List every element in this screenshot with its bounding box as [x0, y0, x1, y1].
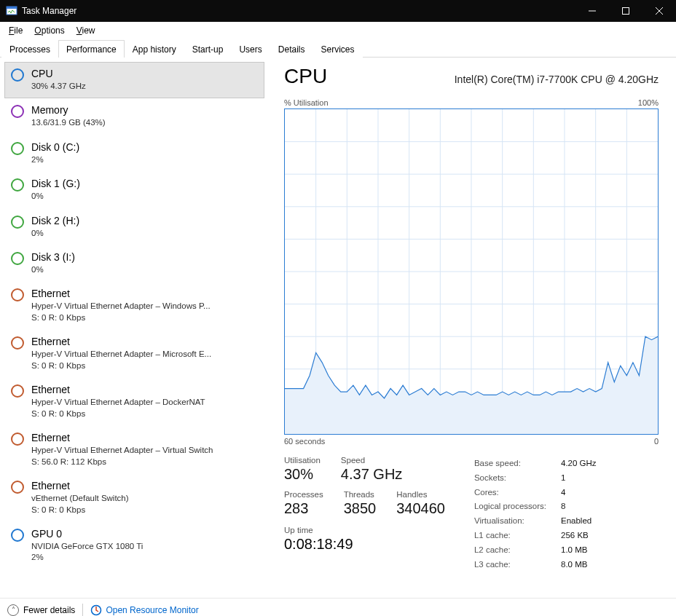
sidebar-item-sub: 2% — [31, 154, 79, 166]
tab-start-up[interactable]: Start-up — [184, 40, 232, 58]
sidebar-item-title: Disk 2 (H:) — [31, 214, 79, 228]
sidebar-item-title: Disk 3 (I:) — [31, 250, 75, 264]
sidebar-item-ethernet[interactable]: EthernetHyper-V Virtual Ethernet Adapter… — [4, 330, 264, 378]
main-panel: CPU Intel(R) Core(TM) i7-7700K CPU @ 4.2… — [268, 58, 676, 598]
sidebar-item-cpu[interactable]: CPU30% 4.37 GHz — [4, 62, 264, 98]
sidebar-item-sub: S: 0 R: 0 Kbps — [31, 312, 211, 324]
tab-processes[interactable]: Processes — [1, 40, 58, 58]
uptime-label: Up time — [284, 526, 465, 534]
sidebar-item-sub: Hyper-V Virtual Ethernet Adapter – Virtu… — [31, 445, 213, 457]
sidebar-item-title: Ethernet — [31, 431, 213, 445]
tab-details[interactable]: Details — [270, 40, 313, 58]
stat-speed: Speed4.37 GHz — [341, 456, 402, 483]
cpu-icon — [11, 68, 24, 82]
sidebar-item-sub: Hyper-V Virtual Ethernet Adapter – Windo… — [31, 301, 211, 312]
close-button[interactable] — [642, 0, 676, 22]
sidebar-item-sub: NVIDIA GeForce GTX 1080 Ti — [31, 541, 143, 553]
sidebar-item-sub: 30% 4.37 GHz — [31, 81, 86, 92]
detail-row: Logical processors:8 — [474, 500, 597, 513]
chart-label-bot-left: 60 seconds — [284, 437, 325, 446]
detail-row: L1 cache:256 KB — [474, 529, 597, 542]
tab-services[interactable]: Services — [313, 40, 362, 58]
titlebar: Task Manager — [0, 0, 676, 22]
footer: ˄ Fewer details Open Resource Monitor — [0, 598, 676, 616]
disk-icon — [11, 178, 24, 191]
tab-users[interactable]: Users — [231, 40, 270, 58]
cpu-model: Intel(R) Core(TM) i7-7700K CPU @ 4.20GHz — [455, 74, 659, 85]
mem-icon — [11, 105, 24, 118]
svg-rect-3 — [623, 8, 629, 15]
sidebar-item-disk-2-h-[interactable]: Disk 2 (H:)0% — [4, 209, 264, 245]
resource-monitor-icon — [90, 604, 102, 616]
uptime-value: 0:08:18:49 — [284, 536, 465, 553]
disk-icon — [11, 216, 24, 229]
net-icon — [11, 288, 24, 301]
stat-handles: Handles340460 — [396, 490, 445, 517]
sidebar-item-sub: Hyper-V Virtual Ethernet Adapter – Docke… — [31, 397, 205, 408]
chevron-up-icon[interactable]: ˄ — [7, 604, 19, 616]
net-icon — [11, 433, 24, 446]
detail-row: Cores:4 — [474, 486, 597, 499]
sidebar-item-title: GPU 0 — [31, 527, 143, 541]
sidebar-item-gpu-0[interactable]: GPU 0NVIDIA GeForce GTX 1080 Ti2% — [4, 522, 264, 570]
fewer-details-link[interactable]: Fewer details — [23, 605, 75, 615]
sidebar-item-sub: S: 0 R: 0 Kbps — [31, 505, 129, 516]
menu-file[interactable]: File — [3, 24, 28, 37]
stat-utilisation: Utilisation30% — [284, 456, 321, 483]
sidebar-item-ethernet[interactable]: EthernetHyper-V Virtual Ethernet Adapter… — [4, 282, 264, 330]
detail-row: L3 cache:8.0 MB — [474, 558, 597, 572]
stat-threads: Threads3850 — [344, 490, 377, 517]
detail-row: L2 cache:1.0 MB — [474, 544, 597, 557]
page-title: CPU — [284, 65, 327, 88]
sidebar-item-title: CPU — [31, 67, 86, 81]
menu-options[interactable]: Options — [28, 24, 70, 37]
menubar: FileOptionsView — [0, 22, 676, 39]
sidebar-item-sub: vEthernet (Default Switch) — [31, 493, 129, 505]
sidebar-item-title: Ethernet — [31, 479, 129, 493]
sidebar-item-ethernet[interactable]: EthernetHyper-V Virtual Ethernet Adapter… — [4, 378, 264, 426]
window-title: Task Manager — [22, 6, 575, 16]
cpu-utilisation-chart — [284, 108, 659, 435]
app-icon — [6, 5, 17, 17]
detail-row: Sockets:1 — [474, 472, 597, 485]
sidebar-item-title: Ethernet — [31, 335, 211, 349]
chart-label-top-left: % Utilisation — [284, 98, 329, 107]
menu-view[interactable]: View — [71, 24, 101, 37]
detail-row: Virtualisation:Enabled — [474, 515, 597, 528]
sidebar-item-title: Disk 1 (G:) — [31, 177, 80, 191]
sidebar-item-disk-3-i-[interactable]: Disk 3 (I:)0% — [4, 245, 264, 282]
stat-processes: Processes283 — [284, 490, 323, 517]
sidebar-item-sub: S: 56.0 R: 112 Kbps — [31, 457, 213, 468]
sidebar-item-sub: 0% — [31, 228, 79, 240]
tab-performance[interactable]: Performance — [58, 40, 125, 58]
sidebar: CPU30% 4.37 GHzMemory13.6/31.9 GB (43%)D… — [0, 58, 268, 598]
sidebar-item-sub: 0% — [31, 264, 75, 276]
cpu-details-table: Base speed:4.20 GHzSockets:1Cores:4Logic… — [473, 456, 598, 573]
net-icon — [11, 384, 24, 398]
gpu-icon — [11, 529, 24, 542]
chart-label-top-right: 100% — [638, 98, 659, 107]
sidebar-item-memory[interactable]: Memory13.6/31.9 GB (43%) — [4, 98, 264, 135]
minimize-button[interactable] — [575, 0, 609, 22]
tab-strip: ProcessesPerformanceApp historyStart-upU… — [0, 39, 676, 58]
net-icon — [11, 336, 24, 350]
sidebar-item-sub: 13.6/31.9 GB (43%) — [31, 117, 106, 129]
sidebar-item-ethernet[interactable]: EthernetHyper-V Virtual Ethernet Adapter… — [4, 426, 264, 474]
detail-row: Base speed:4.20 GHz — [474, 457, 597, 470]
sidebar-item-title: Ethernet — [31, 287, 211, 301]
svg-rect-1 — [7, 7, 17, 9]
maximize-button[interactable] — [609, 0, 642, 22]
sidebar-item-sub: Hyper-V Virtual Ethernet Adapter – Micro… — [31, 349, 211, 360]
sidebar-item-ethernet[interactable]: EthernetvEthernet (Default Switch)S: 0 R… — [4, 474, 264, 522]
disk-icon — [11, 142, 24, 155]
sidebar-item-disk-1-g-[interactable]: Disk 1 (G:)0% — [4, 172, 264, 208]
sidebar-item-sub: 0% — [31, 191, 80, 202]
net-icon — [11, 481, 24, 494]
open-resource-monitor-link[interactable]: Open Resource Monitor — [106, 605, 198, 615]
sidebar-item-sub: 2% — [31, 552, 143, 564]
chart-label-bot-right: 0 — [654, 437, 659, 446]
sidebar-item-title: Disk 0 (C:) — [31, 141, 79, 154]
sidebar-item-title: Ethernet — [31, 383, 205, 397]
tab-app-history[interactable]: App history — [125, 40, 184, 58]
sidebar-item-disk-0-c-[interactable]: Disk 0 (C:)2% — [4, 135, 264, 172]
